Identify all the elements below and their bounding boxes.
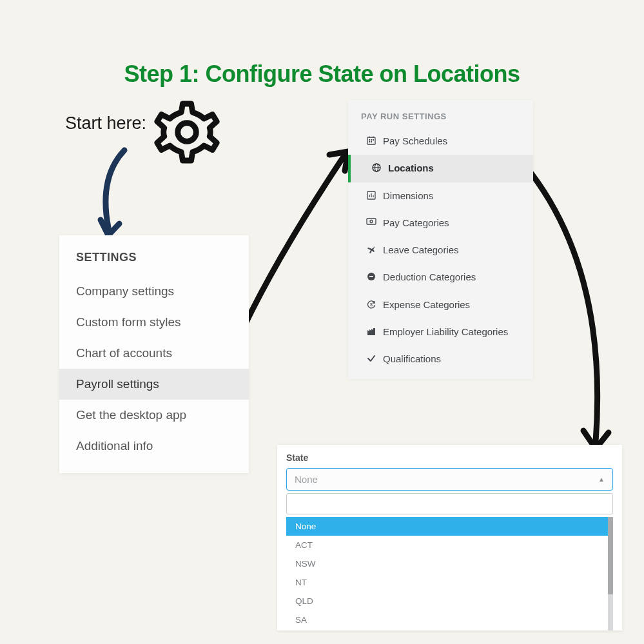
- refresh-dollar-icon: $: [366, 300, 376, 309]
- svg-point-0: [178, 123, 197, 142]
- minus-circle-icon: [366, 272, 376, 281]
- payrun-item-label: Expense Categories: [383, 298, 470, 311]
- payrun-heading: PAY RUN SETTINGS: [348, 100, 533, 128]
- calendar-icon: [366, 136, 376, 145]
- svg-text:$: $: [370, 302, 373, 306]
- payrun-item-label: Qualifications: [383, 353, 441, 366]
- payrun-item-qualifications[interactable]: Qualifications: [348, 346, 533, 373]
- scrollbar-thumb[interactable]: [608, 517, 613, 594]
- state-label: State: [286, 453, 613, 463]
- chart-icon: [366, 191, 376, 200]
- settings-heading: SETTINGS: [59, 235, 249, 276]
- payrun-item-expense-categories[interactable]: $ Expense Categories: [348, 291, 533, 318]
- state-option-nsw[interactable]: NSW: [286, 554, 608, 573]
- arrow-gear-to-settings: [89, 145, 141, 242]
- banknote-icon: [366, 218, 376, 226]
- svg-rect-1: [367, 137, 375, 144]
- settings-item-additional-info[interactable]: Additional info: [59, 431, 249, 462]
- settings-item-company[interactable]: Company settings: [59, 276, 249, 307]
- state-option-nt[interactable]: NT: [286, 573, 608, 592]
- caret-up-icon: ▲: [598, 476, 605, 483]
- state-option-act[interactable]: ACT: [286, 536, 608, 554]
- svg-point-17: [370, 220, 373, 222]
- payrun-item-pay-schedules[interactable]: Pay Schedules: [348, 128, 533, 155]
- state-option-qld[interactable]: QLD: [286, 592, 608, 610]
- payrun-item-label: Dimensions: [383, 190, 433, 202]
- payrun-item-dimensions[interactable]: Dimensions: [348, 182, 533, 210]
- svg-rect-3: [371, 139, 372, 141]
- settings-item-payroll[interactable]: Payroll settings: [59, 369, 249, 400]
- payrun-item-label: Pay Categories: [383, 217, 449, 229]
- payrun-item-deduction-categories[interactable]: Deduction Categories: [348, 264, 533, 291]
- payrun-item-label: Deduction Categories: [383, 271, 476, 284]
- start-here-label: Start here:: [65, 113, 146, 133]
- globe-icon: [371, 163, 382, 172]
- svg-rect-4: [373, 139, 374, 141]
- state-selected-value: None: [295, 474, 318, 485]
- payrun-item-label: Pay Schedules: [383, 135, 447, 148]
- state-search-input[interactable]: [286, 493, 613, 514]
- svg-rect-2: [369, 139, 370, 141]
- svg-rect-5: [369, 141, 370, 142]
- arrow-payrun-to-state: [518, 159, 621, 455]
- state-options-list: None ACT NSW NT QLD SA TAS: [286, 517, 613, 630]
- payrun-item-leave-categories[interactable]: Leave Categories: [348, 237, 533, 264]
- payrun-item-locations[interactable]: Locations: [348, 155, 533, 182]
- payrun-item-label: Locations: [388, 162, 434, 175]
- settings-panel: SETTINGS Company settings Custom form st…: [59, 235, 249, 473]
- plane-icon: [366, 245, 376, 254]
- svg-rect-6: [371, 141, 372, 142]
- page-title: Step 1: Configure State on Locations: [0, 61, 644, 88]
- payrun-panel: PAY RUN SETTINGS Pay Schedules Locations…: [348, 100, 533, 379]
- svg-rect-16: [367, 219, 376, 224]
- settings-item-desktop-app[interactable]: Get the desktop app: [59, 400, 249, 431]
- payrun-item-pay-categories[interactable]: Pay Categories: [348, 210, 533, 237]
- check-icon: [366, 354, 376, 363]
- factory-icon: [366, 327, 376, 336]
- settings-item-custom-forms[interactable]: Custom form styles: [59, 307, 249, 338]
- state-select[interactable]: None ▲: [286, 468, 613, 491]
- state-option-none[interactable]: None: [286, 517, 608, 536]
- payrun-item-label: Employer Liability Categories: [383, 326, 508, 338]
- state-option-sa[interactable]: SA: [286, 610, 608, 629]
- state-option-tas[interactable]: TAS: [286, 629, 608, 630]
- settings-item-chart-accounts[interactable]: Chart of accounts: [59, 338, 249, 369]
- payrun-item-employer-liability[interactable]: Employer Liability Categories: [348, 318, 533, 346]
- state-panel: State None ▲ None ACT NSW NT QLD SA TAS: [277, 445, 622, 630]
- payrun-item-label: Leave Categories: [383, 244, 459, 257]
